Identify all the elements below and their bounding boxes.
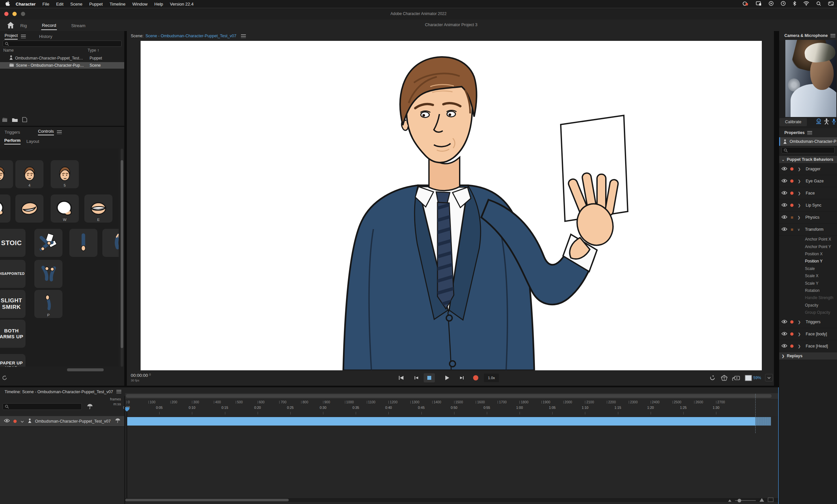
behavior-row-face-body-[interactable]: ❯Face [body] xyxy=(779,328,837,340)
wifi-icon[interactable] xyxy=(803,1,809,6)
search-icon[interactable] xyxy=(816,1,821,7)
chevron-right-icon[interactable]: ❯ xyxy=(798,332,801,336)
property-scale-x[interactable]: Scale X xyxy=(779,272,837,280)
replays-header[interactable]: ❯Replays xyxy=(779,352,837,360)
tab-triggers[interactable]: Triggers xyxy=(4,130,20,135)
timeline-panel-menu-icon[interactable] xyxy=(117,390,121,394)
trigger-tile-disappointed[interactable]: DISAPPOINTED xyxy=(0,260,25,288)
microphone-icon[interactable] xyxy=(832,118,836,126)
chevron-right-icon[interactable]: ❯ xyxy=(798,320,801,324)
arm-record-dot[interactable] xyxy=(790,320,794,324)
zoom-in-icon[interactable] xyxy=(759,498,764,503)
chevron-right-icon[interactable]: ❯ xyxy=(798,167,801,171)
menu-item-help[interactable]: Help xyxy=(154,2,163,6)
trigger-tile-paper-up-head-turn[interactable]: PAPER UP HEAD TURN xyxy=(0,354,25,367)
camera-panel-menu-icon[interactable] xyxy=(831,34,835,38)
playback-speed[interactable]: 1.0x xyxy=(484,374,499,382)
menu-item-puppet[interactable]: Puppet xyxy=(89,2,103,6)
scene-link[interactable]: Scene - Ombudsman-Character-Puppet_Test_… xyxy=(145,34,236,38)
timeline-search-input[interactable] xyxy=(3,403,82,410)
trigger-tile[interactable]: 5 xyxy=(51,160,79,188)
menu-item-window[interactable]: Window xyxy=(132,2,147,6)
eye-icon[interactable] xyxy=(781,215,787,220)
play-circle-icon[interactable] xyxy=(769,1,773,7)
menu-item-edit[interactable]: Edit xyxy=(56,2,64,6)
scene-zoom-dropdown[interactable] xyxy=(765,374,773,381)
scene-zoom-level[interactable]: 59% xyxy=(753,376,761,380)
menu-item-file[interactable]: File xyxy=(42,2,49,6)
property-rotation[interactable]: Rotation xyxy=(779,287,837,294)
new-item-icon[interactable] xyxy=(22,117,27,124)
screen-record-icon[interactable] xyxy=(743,1,749,7)
next-frame-button[interactable] xyxy=(457,373,467,382)
timeline-ruler[interactable]: 0100200300400500600700800900100011001200… xyxy=(125,399,778,416)
timeline-horizontal-scrollbar[interactable] xyxy=(125,498,778,502)
new-scene-icon[interactable] xyxy=(2,117,7,124)
property-anchor-point-y[interactable]: Anchor Point Y xyxy=(779,243,837,250)
property-anchor-point-x[interactable]: Anchor Point X xyxy=(779,236,837,243)
tab-perform[interactable]: Perform xyxy=(4,138,21,144)
timeline-track-row[interactable]: Ombudsman-Character-Puppet_Test_v07 xyxy=(0,416,124,427)
control-center-icon[interactable] xyxy=(828,2,834,6)
trigger-tile-both-arms-up[interactable]: BOTH ARMS UP xyxy=(0,320,25,348)
property-position-x[interactable]: Position X xyxy=(779,250,837,257)
behavior-row-triggers[interactable]: ❯Triggers xyxy=(779,316,837,328)
project-column-headers[interactable]: Name Type ↑ xyxy=(0,48,124,53)
property-group-opacity[interactable]: Group Opacity xyxy=(779,309,837,316)
track-name[interactable]: Ombudsman-Character-Puppet_Test_v07 xyxy=(35,419,110,424)
scene-panel-menu-icon[interactable] xyxy=(241,34,246,38)
behavior-row-transform[interactable]: ∨Transform xyxy=(779,223,837,236)
trigger-tile-stoic[interactable]: STOIC xyxy=(0,229,25,257)
property-scale[interactable]: Scale xyxy=(779,265,837,272)
trigger-tile[interactable]: 4 xyxy=(15,160,43,188)
chevron-right-icon[interactable]: ❯ xyxy=(798,191,801,196)
puppet-track-behaviors-header[interactable]: ⌄Puppet Track Behaviors xyxy=(779,156,837,163)
eye-icon[interactable] xyxy=(781,344,787,349)
calibrate-button[interactable]: Calibrate xyxy=(780,118,807,126)
track-content-bar[interactable] xyxy=(126,417,755,426)
trigger-tile[interactable] xyxy=(102,229,119,257)
body-tracking-icon[interactable] xyxy=(824,118,829,126)
bluetooth-icon[interactable] xyxy=(793,1,796,7)
arm-record-dot[interactable] xyxy=(790,192,794,195)
trigger-tile[interactable] xyxy=(0,195,11,222)
home-icon[interactable] xyxy=(7,22,14,30)
arm-record-dot[interactable] xyxy=(790,344,794,348)
chevron-down-icon[interactable]: ∨ xyxy=(798,228,800,232)
track-options-icon[interactable] xyxy=(115,418,120,424)
menu-item-scene[interactable]: Scene xyxy=(70,2,83,6)
project-row-puppet[interactable]: Ombudsman-Character-Puppet_Test_…Puppet xyxy=(0,55,124,61)
trigger-tile[interactable]: E xyxy=(84,195,112,222)
timeline-navigator-bar[interactable] xyxy=(125,393,778,399)
skip-to-start-button[interactable] xyxy=(396,373,407,382)
refresh-icon[interactable] xyxy=(2,375,7,382)
display-icon[interactable] xyxy=(756,1,762,7)
eye-icon[interactable] xyxy=(781,167,787,172)
tab-rig[interactable]: Rig xyxy=(20,21,28,30)
controls-vertical-scrollbar[interactable] xyxy=(121,149,123,367)
work-area-end-marker[interactable] xyxy=(755,394,755,433)
new-folder-icon[interactable] xyxy=(12,117,18,124)
zoom-out-icon[interactable] xyxy=(728,498,732,503)
arm-record-dot[interactable] xyxy=(790,167,794,170)
project-search-input[interactable] xyxy=(3,40,122,47)
behavior-row-face-head-[interactable]: ❯Face [Head] xyxy=(779,340,837,352)
chevron-right-icon[interactable]: ❯ xyxy=(798,344,801,348)
arm-record-dot[interactable] xyxy=(790,332,794,336)
tab-history[interactable]: History xyxy=(39,34,52,39)
time-machine-icon[interactable] xyxy=(781,1,786,7)
selected-puppet-row[interactable]: Ombudsman-Character-P xyxy=(779,137,837,146)
record-button[interactable] xyxy=(470,373,481,382)
eye-icon[interactable] xyxy=(781,203,787,208)
property-scale-y[interactable]: Scale Y xyxy=(779,280,837,287)
project-row-scene[interactable]: Scene - Ombudsman-Character-Pupp…Scene xyxy=(0,62,124,69)
property-opacity[interactable]: Opacity xyxy=(779,302,837,309)
tab-project[interactable]: Project xyxy=(4,33,18,39)
eye-icon[interactable] xyxy=(781,179,787,184)
property-position-y[interactable]: Position Y xyxy=(779,257,837,265)
controls-panel-menu-icon[interactable] xyxy=(57,130,62,134)
chevron-right-icon[interactable]: ❯ xyxy=(798,179,801,183)
tab-stream[interactable]: Stream xyxy=(71,21,86,30)
timeline-zoom-slider[interactable] xyxy=(735,500,756,501)
trigger-tile[interactable] xyxy=(34,229,63,257)
